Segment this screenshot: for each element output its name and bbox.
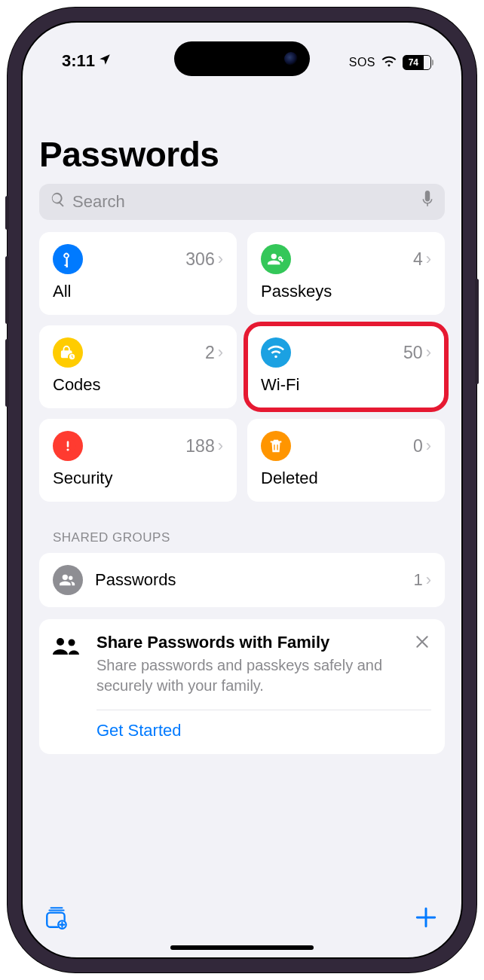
trash-icon	[261, 431, 291, 461]
home-indicator[interactable]	[170, 945, 314, 950]
microphone-icon[interactable]	[421, 191, 434, 213]
sos-indicator: SOS	[349, 56, 375, 69]
card-count: 0	[413, 436, 423, 456]
card-codes[interactable]: 2 › Codes	[39, 325, 237, 408]
chevron-right-icon: ›	[218, 438, 223, 454]
svg-point-4	[69, 640, 75, 646]
card-count: 188	[185, 436, 214, 456]
card-passkeys[interactable]: 4 › Passkeys	[247, 232, 445, 315]
chevron-right-icon: ›	[426, 344, 431, 361]
close-icon[interactable]	[413, 633, 431, 655]
card-label: Passkeys	[261, 282, 431, 301]
shared-groups-header: SHARED GROUPS	[53, 530, 445, 545]
row-count: 1	[413, 570, 422, 590]
location-icon	[98, 51, 112, 71]
person-key-icon	[261, 244, 291, 274]
lock-clock-icon	[53, 337, 83, 368]
add-button[interactable]	[413, 905, 439, 933]
chevron-right-icon: ›	[426, 251, 431, 267]
chevron-right-icon: ›	[426, 572, 431, 588]
key-icon	[53, 244, 83, 274]
status-time: 3:11	[62, 51, 95, 71]
dynamic-island	[174, 41, 310, 76]
card-label: All	[53, 282, 223, 301]
card-label: Wi-Fi	[261, 375, 431, 395]
card-security[interactable]: 188 › Security	[39, 419, 237, 502]
family-icon	[53, 633, 83, 658]
card-all[interactable]: 306 › All	[39, 232, 237, 315]
row-label: Passwords	[95, 570, 176, 590]
battery-indicator: 74	[403, 55, 431, 70]
search-icon	[50, 191, 66, 212]
card-deleted[interactable]: 0 › Deleted	[247, 419, 445, 502]
wifi-icon	[381, 54, 397, 71]
svg-point-3	[57, 638, 64, 646]
card-count: 306	[185, 249, 214, 270]
card-wifi[interactable]: 50 › Wi-Fi	[247, 325, 445, 408]
chevron-right-icon: ›	[218, 251, 223, 267]
get-started-button[interactable]: Get Started	[96, 710, 431, 740]
alert-icon	[53, 431, 83, 461]
wifi-icon	[261, 337, 291, 368]
share-title: Share Passwords with Family	[96, 633, 400, 652]
card-count: 50	[403, 343, 423, 363]
library-add-icon[interactable]	[44, 905, 69, 933]
page-title: Passwords	[39, 134, 445, 175]
shared-group-row[interactable]: Passwords 1 ›	[39, 553, 445, 607]
search-placeholder: Search	[72, 192, 125, 212]
share-family-prompt: Share Passwords with Family Share passwo…	[39, 619, 445, 754]
svg-rect-1	[67, 441, 69, 447]
card-count: 4	[413, 249, 423, 270]
chevron-right-icon: ›	[426, 438, 431, 454]
chevron-right-icon: ›	[218, 344, 223, 361]
share-description: Share passwords and passkeys safely and …	[96, 655, 400, 696]
card-label: Deleted	[261, 469, 431, 488]
card-label: Codes	[53, 375, 223, 395]
search-input[interactable]: Search	[39, 184, 445, 220]
card-label: Security	[53, 469, 223, 488]
people-icon	[53, 565, 83, 595]
svg-point-2	[66, 448, 69, 450]
card-count: 2	[205, 343, 215, 363]
